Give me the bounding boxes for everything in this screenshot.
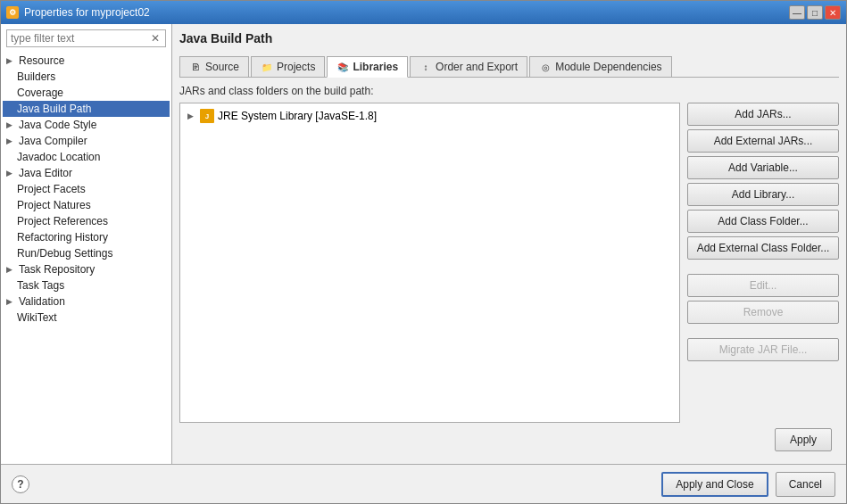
sidebar-item-validation[interactable]: ▶ Validation xyxy=(3,293,170,310)
sidebar-item-resource[interactable]: ▶ Resource xyxy=(3,53,170,69)
sidebar-item-project-references[interactable]: Project References xyxy=(3,213,170,229)
tab-source[interactable]: 🖹 Source xyxy=(179,56,249,77)
sidebar-item-refactoring-history[interactable]: Refactoring History xyxy=(3,229,170,245)
sidebar-label-java-code-style: Java Code Style xyxy=(19,119,96,131)
title-bar-left: ⚙ Properties for myproject02 xyxy=(6,6,150,19)
sidebar-item-wikitext[interactable]: WikiText xyxy=(3,310,170,326)
tab-libraries[interactable]: 📚 Libraries xyxy=(327,56,408,78)
add-class-folder-button[interactable]: Add Class Folder... xyxy=(687,210,839,233)
tab-order-export-label: Order and Export xyxy=(436,61,518,73)
projects-tab-icon: 📁 xyxy=(261,61,273,73)
sidebar-label-task-repository: Task Repository xyxy=(19,263,95,276)
sidebar-item-builders[interactable]: Builders xyxy=(3,69,170,85)
module-dep-tab-icon: ◎ xyxy=(539,61,552,73)
libraries-tab-icon: 📚 xyxy=(336,61,349,73)
sidebar-item-java-build-path[interactable]: Java Build Path xyxy=(3,101,170,117)
tab-source-label: Source xyxy=(205,61,239,73)
add-variable-button[interactable]: Add Variable... xyxy=(687,156,839,179)
tab-module-dependencies[interactable]: ◎ Module Dependencies xyxy=(529,56,671,77)
expand-arrow-task-repo: ▶ xyxy=(6,265,15,274)
sidebar-item-java-code-style[interactable]: ▶ Java Code Style xyxy=(3,117,170,133)
panel-title: Java Build Path xyxy=(179,31,839,49)
main-window: ⚙ Properties for myproject02 — □ ✕ ✕ ▶ R… xyxy=(0,0,847,504)
sidebar-label-project-facets: Project Facets xyxy=(17,183,86,195)
apply-button[interactable]: Apply xyxy=(775,428,832,451)
edit-button[interactable]: Edit... xyxy=(687,274,839,297)
build-path-tree[interactable]: ▶ J JRE System Library [JavaSE-1.8] xyxy=(179,103,680,423)
sidebar-label-resource: Resource xyxy=(19,54,64,67)
tab-projects-label: Projects xyxy=(277,61,315,73)
sidebar-label-wikitext: WikiText xyxy=(17,311,57,324)
filter-box[interactable]: ✕ xyxy=(6,29,166,47)
expand-arrow-code-style: ▶ xyxy=(6,120,15,129)
tab-order-export[interactable]: ↕ Order and Export xyxy=(410,56,527,77)
jre-item-label: JRE System Library [JavaSE-1.8] xyxy=(218,110,377,122)
sidebar-label-coverage: Coverage xyxy=(17,87,63,99)
filter-clear-button[interactable]: ✕ xyxy=(149,32,162,45)
sidebar-item-coverage[interactable]: Coverage xyxy=(3,85,170,101)
jre-icon: J xyxy=(200,109,214,123)
source-tab-icon: 🖹 xyxy=(189,61,202,73)
spacer2 xyxy=(687,327,839,335)
apply-bar: Apply xyxy=(179,423,839,457)
tab-module-dep-label: Module Dependencies xyxy=(555,61,661,73)
tree-item-jre[interactable]: ▶ J JRE System Library [JavaSE-1.8] xyxy=(184,107,676,125)
window-controls: — □ ✕ xyxy=(789,5,841,20)
maximize-button[interactable]: □ xyxy=(807,5,823,20)
bottom-right-buttons: Apply and Close Cancel xyxy=(661,472,835,497)
sidebar-label-builders: Builders xyxy=(17,70,55,83)
sidebar-label-validation: Validation xyxy=(19,295,65,308)
sidebar-item-java-editor[interactable]: ▶ Java Editor xyxy=(3,165,170,181)
close-button[interactable]: ✕ xyxy=(825,5,841,20)
add-external-class-folder-button[interactable]: Add External Class Folder... xyxy=(687,236,839,260)
window-icon: ⚙ xyxy=(6,6,19,19)
expand-arrow-validation: ▶ xyxy=(6,297,15,306)
filter-input[interactable] xyxy=(11,32,149,45)
tree-expand-arrow: ▶ xyxy=(187,112,196,120)
sidebar-item-javadoc-location[interactable]: Javadoc Location xyxy=(3,149,170,165)
build-tree-section: ▶ J JRE System Library [JavaSE-1.8] xyxy=(179,103,680,423)
window-title: Properties for myproject02 xyxy=(24,6,150,19)
remove-button[interactable]: Remove xyxy=(687,301,839,324)
sidebar-label-project-natures: Project Natures xyxy=(17,199,91,211)
expand-arrow-resource: ▶ xyxy=(6,56,15,65)
content-area: ✕ ▶ Resource Builders Coverage Java Buil… xyxy=(1,24,846,464)
help-button[interactable]: ? xyxy=(12,475,29,493)
migrate-jar-button[interactable]: Migrate JAR File... xyxy=(687,338,839,361)
tabs-bar: 🖹 Source 📁 Projects 📚 Libraries ↕ Order … xyxy=(179,56,839,78)
sidebar-item-project-facets[interactable]: Project Facets xyxy=(3,181,170,197)
sidebar-label-run-debug: Run/Debug Settings xyxy=(17,247,112,260)
bottom-bar: ? Apply and Close Cancel xyxy=(1,464,846,503)
title-bar: ⚙ Properties for myproject02 — □ ✕ xyxy=(1,1,846,24)
sidebar-label-java-build-path: Java Build Path xyxy=(17,103,91,115)
build-content: ▶ J JRE System Library [JavaSE-1.8] Add … xyxy=(179,103,839,423)
sidebar-label-java-compiler: Java Compiler xyxy=(19,135,87,147)
cancel-button[interactable]: Cancel xyxy=(776,472,835,497)
expand-arrow-compiler: ▶ xyxy=(6,136,15,145)
add-library-button[interactable]: Add Library... xyxy=(687,183,839,206)
sidebar: ✕ ▶ Resource Builders Coverage Java Buil… xyxy=(1,24,172,464)
tab-projects[interactable]: 📁 Projects xyxy=(251,56,325,77)
sidebar-item-java-compiler[interactable]: ▶ Java Compiler xyxy=(3,133,170,149)
sidebar-label-javadoc: Javadoc Location xyxy=(17,151,100,163)
sidebar-item-project-natures[interactable]: Project Natures xyxy=(3,197,170,213)
sidebar-item-task-repository[interactable]: ▶ Task Repository xyxy=(3,261,170,277)
add-external-jars-button[interactable]: Add External JARs... xyxy=(687,129,839,153)
sidebar-label-refactoring-history: Refactoring History xyxy=(17,231,108,244)
spacer xyxy=(687,263,839,270)
add-jars-button[interactable]: Add JARs... xyxy=(687,103,839,126)
sidebar-label-java-editor: Java Editor xyxy=(19,167,72,179)
expand-arrow-editor: ▶ xyxy=(6,169,15,178)
sidebar-item-task-tags[interactable]: Task Tags xyxy=(3,277,170,293)
minimize-button[interactable]: — xyxy=(789,5,805,20)
main-panel: Java Build Path 🖹 Source 📁 Projects 📚 Li… xyxy=(172,24,846,464)
sidebar-label-project-references: Project References xyxy=(17,215,108,227)
build-description: JARs and class folders on the build path… xyxy=(179,85,839,97)
sidebar-label-task-tags: Task Tags xyxy=(17,279,64,292)
tab-libraries-label: Libraries xyxy=(353,61,398,73)
sidebar-item-run-debug-settings[interactable]: Run/Debug Settings xyxy=(3,245,170,261)
action-buttons-panel: Add JARs... Add External JARs... Add Var… xyxy=(687,103,839,423)
order-export-tab-icon: ↕ xyxy=(419,61,432,73)
apply-close-button[interactable]: Apply and Close xyxy=(661,472,768,497)
